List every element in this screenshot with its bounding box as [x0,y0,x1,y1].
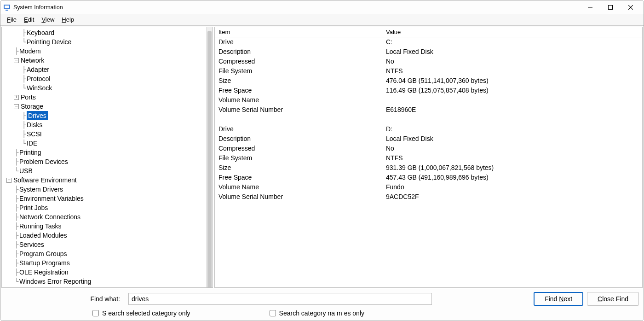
tree-item-adapter[interactable]: ├Adapter [4,65,206,74]
detail-row: Size931.39 GB (1,000,067,821,568 bytes) [215,163,642,173]
app-icon [3,4,11,11]
tree-item-drives[interactable]: ├Drives [4,111,206,120]
search-names-checkbox[interactable]: Search category names only [268,309,364,318]
detail-row: Free Space116.49 GB (125,075,857,408 byt… [215,86,642,95]
collapse-icon[interactable]: − [14,104,19,109]
collapse-icon[interactable]: − [14,58,19,63]
window-title: System Information [13,4,63,11]
tree-item-usb[interactable]: └USB [4,166,206,175]
tree-item-winsock[interactable]: └WinSock [4,83,206,93]
close-find-button[interactable]: Close Find [587,292,639,306]
details-pane: Item Value DriveC: DescriptionLocal Fixe… [214,27,643,288]
tree-item-loaded-modules[interactable]: ├Loaded Modules [4,231,206,240]
detail-row: DriveC: [215,37,642,47]
tree-item-environment-variables[interactable]: ├Environment Variables [4,194,206,203]
tree-item-windows-error-reporting[interactable]: └Windows Error Reporting [4,277,206,286]
search-selected-checkbox[interactable]: Search selected category only [91,309,190,318]
scroll-thumb[interactable] [207,31,212,288]
tree-item-program-groups[interactable]: ├Program Groups [4,249,206,258]
detail-row: Volume Name [215,95,642,105]
tree-item-ole-registration[interactable]: ├OLE Registration [4,268,206,277]
titlebar: System Information [0,0,644,14]
tree-item-ports[interactable]: +Ports [4,93,206,102]
detail-row: CompressedNo [215,144,642,153]
tree-item-modem[interactable]: ├Modem [4,47,206,56]
menu-file[interactable]: File [3,15,20,24]
detail-row: Size476.04 GB (511,141,007,360 bytes) [215,76,642,86]
svg-rect-4 [609,6,613,10]
content-split: ├Keyboard └Pointing Device ├Modem −Netwo… [0,25,644,289]
menu-view[interactable]: View [38,15,58,24]
tree-item-network[interactable]: −Network [4,56,206,65]
find-bar: Find what: Find Next Close Find Search s… [0,289,644,321]
col-header-value[interactable]: Value [382,27,642,37]
tree-item-keyboard[interactable]: ├Keyboard [4,28,206,37]
detail-blank [215,115,642,124]
tree-item-problem-devices[interactable]: ├Problem Devices [4,157,206,166]
detail-row: Volume Serial Number9ACDC52F [215,192,642,202]
tree-item-storage[interactable]: −Storage [4,102,206,111]
window: System Information File Edit View Help ├… [0,0,644,321]
tree-item-printing[interactable]: ├Printing [4,148,206,157]
find-next-button[interactable]: Find Next [534,292,583,306]
tree-pane: ├Keyboard └Pointing Device ├Modem −Netwo… [1,27,213,288]
tree-item-scsi[interactable]: ├SCSI [4,129,206,139]
detail-row: Volume NameFundo [215,182,642,192]
menu-help[interactable]: Help [58,15,78,24]
tree-scrollbar[interactable] [206,27,213,287]
detail-row: DescriptionLocal Fixed Disk [215,47,642,57]
detail-row: Free Space457.43 GB (491,160,989,696 byt… [215,173,642,182]
checkbox-icon[interactable] [92,310,99,316]
tree-item-system-drivers[interactable]: ├System Drivers [4,185,206,194]
tree[interactable]: ├Keyboard └Pointing Device ├Modem −Netwo… [2,27,206,287]
tree-item-startup-programs[interactable]: ├Startup Programs [4,258,206,268]
tree-item-ide[interactable]: └IDE [4,139,206,148]
checkbox-icon[interactable] [270,310,276,316]
detail-row: File SystemNTFS [215,153,642,163]
detail-row: DescriptionLocal Fixed Disk [215,134,642,144]
menu-edit[interactable]: Edit [20,15,38,24]
find-what-label: Find what: [5,295,125,303]
tree-item-print-jobs[interactable]: ├Print Jobs [4,203,206,212]
tree-item-running-tasks[interactable]: ├Running Tasks [4,222,206,231]
details-header: Item Value [215,27,642,37]
col-header-item[interactable]: Item [215,27,382,37]
minimize-button[interactable] [580,0,600,14]
collapse-icon[interactable]: − [6,178,12,183]
tree-item-services[interactable]: ├Services [4,240,206,249]
detail-row: Volume Serial NumberE618960E [215,105,642,115]
maximize-button[interactable] [600,0,621,14]
detail-row: CompressedNo [215,57,642,66]
tree-item-network-connections[interactable]: ├Network Connections [4,212,206,222]
close-button[interactable] [621,0,641,14]
tree-item-software-environment[interactable]: −Software Environment [4,175,206,185]
menubar: File Edit View Help [0,14,644,25]
svg-rect-2 [6,10,8,11]
tree-item-pointing-device[interactable]: └Pointing Device [4,37,206,47]
tree-item-disks[interactable]: ├Disks [4,120,206,129]
details-body: DriveC: DescriptionLocal Fixed Disk Comp… [215,37,642,202]
detail-row: DriveD: [215,124,642,134]
detail-row: File SystemNTFS [215,66,642,76]
find-input[interactable] [128,293,432,305]
expand-icon[interactable]: + [14,95,19,100]
tree-item-protocol[interactable]: ├Protocol [4,74,206,83]
svg-rect-1 [5,6,9,8]
